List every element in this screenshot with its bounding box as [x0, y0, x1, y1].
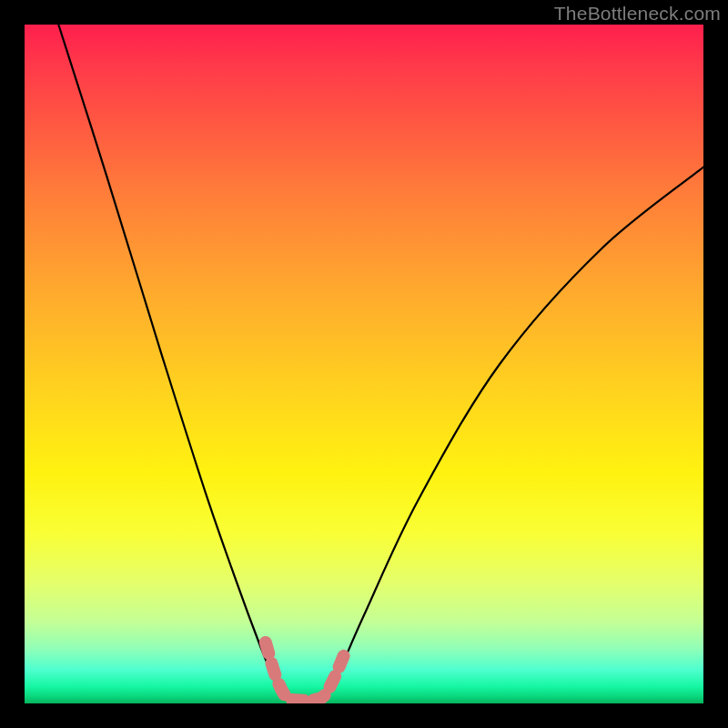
plot-area	[25, 25, 703, 703]
chart-frame: TheBottleneck.com	[0, 0, 728, 728]
highlight-segment-path	[266, 642, 344, 701]
watermark-text: TheBottleneck.com	[554, 3, 721, 25]
bottleneck-curve-path	[58, 25, 703, 701]
curve-layer	[25, 25, 703, 703]
